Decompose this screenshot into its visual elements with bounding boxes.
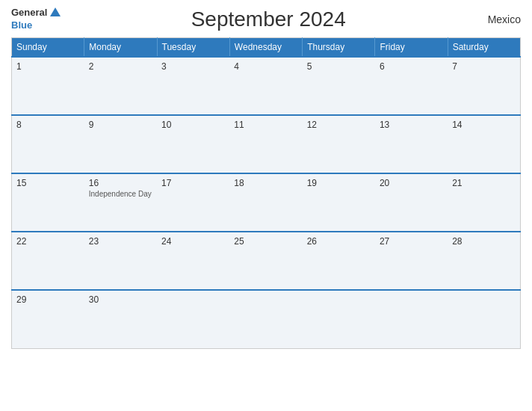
day-cell: 20 — [375, 173, 448, 232]
day-cell: 24 — [157, 232, 229, 290]
day-cell-empty — [229, 290, 302, 348]
day-cell: 2 — [84, 57, 157, 115]
day-cell: 23 — [84, 232, 157, 290]
header-monday: Monday — [84, 38, 157, 58]
header-saturday: Saturday — [448, 38, 520, 58]
week-row-3: 15 16 Independence Day 17 18 19 20 21 — [12, 173, 521, 232]
day-cell: 4 — [229, 57, 302, 115]
day-cell: 29 — [12, 290, 84, 348]
header: General Blue September 2024 Mexico — [11, 7, 521, 31]
weekday-header-row: Sunday Monday Tuesday Wednesday Thursday… — [12, 38, 521, 58]
day-cell: 18 — [229, 173, 302, 232]
day-cell: 27 — [375, 232, 448, 290]
week-row-2: 8 9 10 11 12 13 14 — [12, 115, 521, 173]
day-cell: 11 — [229, 115, 302, 173]
day-cell-empty — [448, 290, 520, 348]
header-thursday: Thursday — [303, 38, 375, 58]
day-cell: 13 — [375, 115, 448, 173]
day-cell-empty — [157, 290, 229, 348]
header-wednesday: Wednesday — [229, 38, 302, 58]
day-cell: 26 — [303, 232, 375, 290]
country-label: Mexico — [476, 13, 521, 25]
header-sunday: Sunday — [12, 38, 84, 58]
day-cell: 12 — [303, 115, 375, 173]
day-cell: 10 — [157, 115, 229, 173]
day-cell-empty — [303, 290, 375, 348]
day-cell: 7 — [448, 57, 520, 115]
day-cell: 30 — [84, 290, 157, 348]
day-cell-empty — [375, 290, 448, 348]
logo-triangle-icon — [50, 7, 61, 16]
logo: General Blue — [11, 7, 61, 31]
week-row-1: 1 2 3 4 5 6 7 — [12, 57, 521, 115]
day-cell: 25 — [229, 232, 302, 290]
logo-general: General — [11, 7, 47, 18]
day-cell: 8 — [12, 115, 84, 173]
calendar-table: Sunday Monday Tuesday Wednesday Thursday… — [11, 37, 521, 349]
day-cell: 21 — [448, 173, 520, 232]
holiday-label: Independence Day — [89, 190, 152, 199]
day-cell: 22 — [12, 232, 84, 290]
day-cell: 1 — [12, 57, 84, 115]
day-cell: 6 — [375, 57, 448, 115]
week-row-5: 29 30 — [12, 290, 521, 348]
day-cell: 5 — [303, 57, 375, 115]
day-cell: 15 — [12, 173, 84, 232]
day-cell: 19 — [303, 173, 375, 232]
week-row-4: 22 23 24 25 26 27 28 — [12, 232, 521, 290]
page-title: September 2024 — [61, 7, 476, 31]
day-cell: 3 — [157, 57, 229, 115]
day-cell: 28 — [448, 232, 520, 290]
logo-blue: Blue — [11, 19, 32, 31]
day-cell: 9 — [84, 115, 157, 173]
header-tuesday: Tuesday — [157, 38, 229, 58]
day-cell: 17 — [157, 173, 229, 232]
day-cell: 14 — [448, 115, 520, 173]
header-friday: Friday — [375, 38, 448, 58]
calendar-page: General Blue September 2024 Mexico Sunda… — [0, 0, 532, 411]
day-cell-independence: 16 Independence Day — [84, 173, 157, 232]
